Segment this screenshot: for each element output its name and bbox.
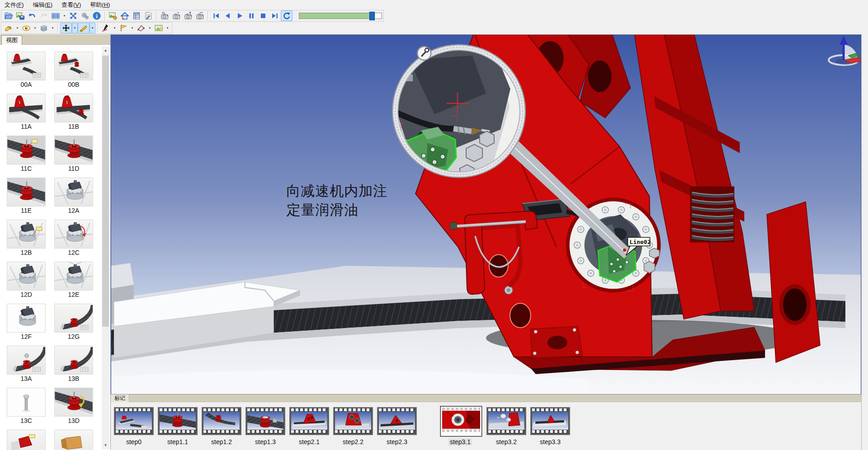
notes-button[interactable]	[142, 10, 154, 21]
step-thumbnail-step2.2[interactable]	[333, 407, 373, 435]
view-thumbnail-12E[interactable]: 12E	[54, 262, 93, 299]
bom-table-button[interactable]: BOM	[131, 10, 142, 21]
first-frame-button[interactable]	[210, 10, 222, 21]
view-thumbnail-00A[interactable]: 00A	[7, 52, 46, 89]
view-thumbnail-12B[interactable]: 12B	[7, 220, 46, 257]
tab-views[interactable]: 视图	[1, 35, 22, 45]
camera-rewind-button[interactable]	[159, 10, 170, 21]
play-button[interactable]	[234, 10, 245, 21]
loop-button[interactable]	[281, 10, 292, 21]
menu-item-f[interactable]: 文件(F)	[0, 0, 28, 10]
layers-dropdown[interactable]: ▾	[50, 23, 56, 33]
view-thumbnail-12G[interactable]: 12G	[54, 304, 93, 341]
view-thumbnail-11B[interactable]: 11B	[54, 94, 93, 131]
image-gallery-dropdown[interactable]: ▾	[165, 23, 170, 33]
step-thumbnail-step3.2[interactable]	[486, 407, 526, 435]
animation-dropdown[interactable]: ▾	[61, 10, 67, 21]
view-thumbnail-label: 11E	[7, 206, 46, 215]
3d-viewport[interactable]: Line02向减速机内加注定量润滑油	[111, 34, 861, 394]
flag-marker-dropdown[interactable]: ▾	[129, 23, 135, 33]
visibility-eye-button[interactable]	[20, 23, 32, 33]
view-thumbnail-13C[interactable]: 13C	[7, 388, 46, 425]
film-sprockets	[488, 408, 524, 411]
view-thumbnail-12D[interactable]: 12D	[7, 262, 46, 299]
move-crosshair-dropdown[interactable]: ▾	[72, 23, 78, 33]
scroll-down-icon[interactable]: ▼	[102, 441, 109, 449]
animation-progress-slider[interactable]	[299, 13, 382, 19]
film-frame-2-scene	[335, 412, 371, 430]
step-thumbnail-step1.1[interactable]	[158, 407, 198, 435]
fly-view-button[interactable]	[78, 23, 90, 33]
view-thumbnail-13D[interactable]: 13D	[54, 388, 93, 425]
step-label: step2.3	[377, 438, 417, 445]
move-crosshair-button[interactable]	[60, 23, 72, 33]
measure-button[interactable]	[135, 23, 147, 33]
undo-button[interactable]	[26, 10, 38, 21]
image-gallery-button[interactable]	[153, 23, 165, 33]
play-icon	[235, 11, 244, 20]
view-thumbnail-00B[interactable]: 00B	[54, 52, 93, 89]
view-thumbnail-partial-18[interactable]	[7, 430, 46, 450]
stop-button[interactable]	[257, 10, 269, 21]
solid-part-button[interactable]	[3, 23, 14, 33]
info-button[interactable]: i	[91, 10, 103, 21]
svg-text:BOM: BOM	[133, 12, 140, 14]
scroll-up-icon[interactable]: ▲	[102, 47, 109, 54]
view-thumbnail-11D[interactable]: 11D	[54, 136, 93, 173]
step-thumbnail-step2.1[interactable]	[289, 407, 329, 435]
views-tabstrip: 视图	[0, 34, 110, 45]
menu-item-h[interactable]: 帮助(H)	[85, 0, 114, 10]
menu-item-e[interactable]: 编辑(E)	[28, 0, 57, 10]
redo-button[interactable]	[38, 10, 50, 21]
pen-annotate-button[interactable]	[100, 23, 112, 33]
camera-stop-button[interactable]	[182, 10, 194, 21]
visibility-eye-dropdown[interactable]: ▾	[32, 23, 38, 33]
last-frame-button[interactable]	[269, 10, 281, 21]
view-thumbnail-11E[interactable]: 11E	[7, 178, 46, 215]
save-image-button[interactable]	[14, 10, 26, 21]
settings-gears-button[interactable]	[79, 10, 91, 21]
step-thumbnail-step1.2[interactable]	[202, 407, 241, 435]
film-frame-scene	[291, 412, 327, 430]
fly-view-dropdown[interactable]: ▾	[90, 23, 95, 33]
camera-forward-button[interactable]	[194, 10, 206, 21]
pause-button[interactable]	[245, 10, 257, 21]
view-thumbnail-12F[interactable]: 12F	[7, 304, 46, 341]
pen-annotate-dropdown[interactable]: ▾	[112, 23, 118, 33]
open-folder-button[interactable]	[3, 10, 14, 21]
solid-part-dropdown[interactable]: ▾	[14, 23, 20, 33]
view-thumbnail-11C[interactable]: 11C	[7, 136, 46, 173]
prev-frame-button[interactable]	[222, 10, 234, 21]
loop-icon	[282, 11, 291, 20]
spool-tag-scene	[7, 136, 46, 164]
view-thumbnail-partial-19[interactable]	[54, 430, 93, 450]
view-thumbnail-11A[interactable]: 11A	[7, 94, 46, 131]
tab-marks[interactable]: 标记	[111, 394, 129, 402]
views-scrollbar[interactable]: ▲ ▼	[102, 47, 109, 449]
view-thumbnail-12C[interactable]: 12C	[54, 220, 93, 257]
layers-button[interactable]	[38, 23, 50, 33]
fit-view-button[interactable]	[67, 10, 79, 21]
film-sprockets	[442, 408, 480, 410]
prev-frame-icon	[223, 11, 232, 20]
view-thumbnail-13B[interactable]: 13B	[54, 346, 93, 383]
last-frame-icon	[270, 11, 279, 20]
menu-item-v[interactable]: 查看(V)	[57, 0, 85, 10]
home-view-button[interactable]	[119, 10, 131, 21]
scrollbar-thumb[interactable]	[102, 56, 109, 327]
export-image-button[interactable]	[107, 10, 119, 21]
camera-play-button[interactable]	[170, 10, 182, 21]
step-thumbnail-step0[interactable]	[114, 407, 154, 435]
view-thumbnail-12A[interactable]: 12A	[54, 178, 93, 215]
step-thumbnail-step3.1[interactable]	[440, 406, 482, 436]
progress-handle[interactable]	[369, 12, 375, 20]
measure-dropdown[interactable]: ▾	[147, 23, 153, 33]
view-thumbnail-label: 00A	[7, 80, 46, 89]
step-thumbnail-step2.3[interactable]	[377, 407, 417, 435]
view-thumbnail-13A[interactable]: 13A	[7, 346, 46, 383]
step-thumbnail-step1.3[interactable]	[245, 407, 285, 435]
flag-marker-button[interactable]	[118, 23, 129, 33]
pause-icon	[247, 11, 256, 20]
animation-button[interactable]	[50, 10, 61, 21]
step-thumbnail-step3.3[interactable]	[530, 407, 570, 435]
